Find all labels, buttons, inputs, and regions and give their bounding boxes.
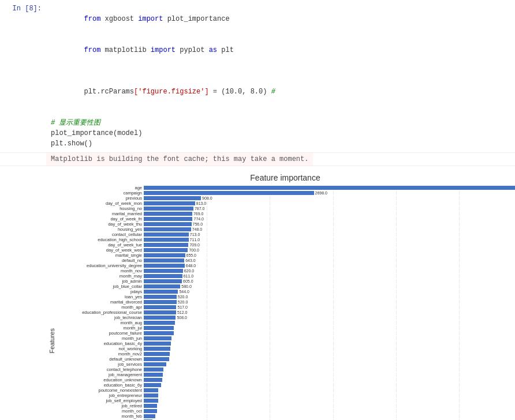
feature-row: campaign2698.0 [60, 190, 515, 195]
bar [144, 264, 185, 268]
feature-label: job_self_employed [60, 398, 144, 403]
bar-container [144, 326, 515, 330]
feature-row: education_basic_4y [60, 341, 515, 346]
bar-container: 709.0 [144, 243, 515, 247]
feature-label: month_nov [60, 268, 144, 273]
feature-row: month_nov2 [60, 351, 515, 356]
bar [144, 305, 176, 309]
bar-container: 517.0 [144, 305, 515, 309]
feature-label: education_basic_6y [60, 382, 144, 388]
bar-value-label: 643.0 [184, 258, 196, 262]
bar-container: 711.0 [144, 238, 515, 242]
bar [144, 274, 182, 278]
bar-container: 520.0 [144, 300, 515, 304]
bar-container [144, 367, 515, 372]
bar-value-label: 605.0 [182, 279, 193, 283]
bar [144, 316, 176, 320]
feature-row: job_self_employed [60, 398, 515, 403]
feature-row: education_university_degree648.0 [60, 263, 515, 268]
bar [144, 331, 174, 335]
code-content-8[interactable]: from xgboost import plot_importance from… [46, 0, 515, 152]
bar [144, 248, 188, 252]
bars-section: age5953.0campaign2698.0previous908.0day_… [60, 185, 515, 420]
bar [144, 367, 163, 372]
feature-label: housing_yes [60, 227, 144, 232]
bar [144, 388, 158, 392]
feature-label: job_management [60, 372, 144, 377]
feature-label: job_blue_collar [60, 284, 144, 289]
bar-value-label: 2698.0 [314, 191, 327, 195]
bar [144, 310, 176, 314]
feature-row: default_unknown [60, 357, 515, 361]
feature-label: poutcome_failure [60, 331, 144, 336]
feature-row: day_of_week_tue709.0 [60, 242, 515, 247]
feature-row: day_of_week_wed700.0 [60, 247, 515, 252]
feature-row: job_entrepreneur [60, 393, 515, 397]
bar-container [144, 357, 515, 361]
code-line-6: # 显示重要性图 [51, 118, 510, 128]
bar [144, 212, 192, 216]
bar-value-label: 709.0 [188, 243, 200, 247]
feature-row: job_retired [60, 403, 515, 408]
feature-label: day_of_week_thu [60, 222, 144, 227]
chart-container: Feature importance Features age5953.0cam… [46, 168, 515, 420]
bar-container [144, 331, 515, 335]
feature-row: education_basic_6y [60, 382, 515, 387]
chart-inner: age5953.0campaign2698.0previous908.0day_… [60, 185, 515, 420]
bar-container: 620.0 [144, 269, 515, 273]
feature-row: contact_cellular713.0 [60, 232, 515, 237]
cell-label-8: In [8]: [0, 0, 46, 152]
bar [144, 414, 155, 418]
feature-label: month_nov2 [60, 351, 144, 357]
feature-row: job_admin605.0 [60, 279, 515, 283]
feature-label: job_entrepreneur [60, 393, 144, 398]
feature-row: day_of_week_thu756.0 [60, 222, 515, 226]
bar-container [144, 362, 515, 366]
bar [144, 284, 180, 288]
bar-container [144, 321, 515, 325]
chart-output: Feature importance Features age5953.0cam… [0, 166, 515, 420]
bar-container: 611.0 [144, 274, 515, 278]
feature-row: marital_married769.0 [60, 211, 515, 216]
feature-row: marital_divorced520.0 [60, 299, 515, 304]
feature-row: day_of_week_mon813.0 [60, 201, 515, 205]
feature-label: education_university_degree [60, 263, 144, 268]
feature-label: contact_telephone [60, 367, 144, 372]
bar-container [144, 409, 515, 413]
feature-row: month_feb [60, 414, 515, 418]
bar [144, 207, 193, 211]
bar [144, 232, 189, 237]
bar [144, 393, 158, 397]
feature-row: housing_yes748.0 [60, 227, 515, 231]
feature-label: marital_married [60, 211, 144, 216]
chart-wrapper: Feature importance Features age5953.0cam… [48, 173, 515, 420]
feature-row: day_of_week_fri774.0 [60, 216, 515, 221]
feature-label: day_of_week_tue [60, 242, 144, 247]
bar-value-label: 512.0 [176, 310, 188, 314]
feature-label: education_basic_4y [60, 341, 144, 346]
bar-container [144, 388, 515, 392]
code-line-8: plt.show() [51, 138, 510, 149]
bar [144, 326, 174, 330]
feature-row: month_aug [60, 320, 515, 325]
bar-container: 512.0 [144, 310, 515, 314]
bar [144, 227, 191, 231]
feature-row: job_services [60, 362, 515, 366]
code-line-4: plt.rcParams['figure.figsize'] = (10.0, … [51, 76, 510, 107]
feature-label: poutcome_nonexistent [60, 388, 144, 393]
bar-container: 774.0 [144, 217, 515, 221]
bar-value-label: 769.0 [192, 212, 204, 216]
bar-container [144, 352, 515, 356]
bar [144, 347, 170, 351]
code-line-5 [51, 107, 510, 118]
feature-row: previous908.0 [60, 196, 515, 200]
bar-value-label: 908.0 [201, 196, 212, 200]
feature-label: marital_single [60, 253, 144, 258]
bar-value-label: 756.0 [192, 222, 203, 226]
bar-container [144, 404, 515, 408]
feature-label: job_technician [60, 315, 144, 320]
bar-container [144, 342, 515, 346]
bar-container: 908.0 [144, 196, 515, 200]
feature-label: age [60, 185, 144, 190]
feature-row: housing_no787.0 [60, 206, 515, 211]
